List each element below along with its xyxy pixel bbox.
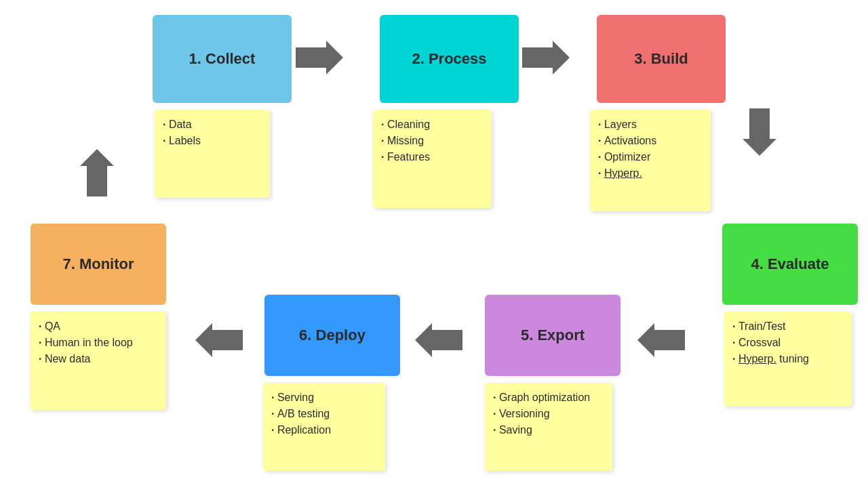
note-monitor-item-3: New data: [39, 351, 158, 367]
note-export-item-3: Saving: [493, 422, 604, 438]
note-build-item-4: Hyperp.: [598, 165, 703, 182]
note-collect: Data Labels: [155, 110, 270, 198]
arrow-deploy-to-monitor: [195, 323, 243, 357]
svg-marker-0: [296, 41, 343, 75]
svg-marker-5: [195, 323, 243, 357]
note-monitor-item-2: Human in the loop: [39, 335, 158, 351]
note-deploy-item-2: A/B testing: [271, 406, 377, 422]
note-build-item-1: Layers: [598, 117, 703, 133]
arrow-monitor-to-collect: [80, 129, 114, 196]
arrow-process-to-build: [522, 41, 570, 75]
svg-marker-6: [80, 149, 114, 196]
collect-stage: 1. Collect: [153, 15, 292, 103]
note-export-item-2: Versioning: [493, 406, 604, 422]
note-process-item-2: Missing: [381, 133, 484, 149]
arrow-export-to-deploy: [415, 323, 462, 357]
note-monitor-item-1: QA: [39, 318, 158, 335]
note-monitor: QA Human in the loop New data: [31, 312, 166, 410]
process-stage: 2. Process: [380, 15, 519, 103]
arrow-collect-to-process: [296, 41, 343, 75]
monitor-stage: 7. Monitor: [31, 224, 166, 305]
note-build: Layers Activations Optimizer Hyperp.: [590, 110, 711, 211]
arrow-build-to-evaluate: [743, 108, 776, 156]
deploy-stage: 6. Deploy: [264, 295, 400, 376]
note-build-item-3: Optimizer: [598, 149, 703, 165]
note-evaluate-item-2: Crossval: [732, 335, 844, 351]
note-deploy: Serving A/B testing Replication: [263, 383, 385, 471]
evaluate-stage: 4. Evaluate: [722, 224, 858, 305]
note-evaluate: Train/Test Crossval Hyperp. tuning: [724, 312, 852, 406]
evaluate-label: 4. Evaluate: [751, 255, 829, 273]
note-process: Cleaning Missing Features: [373, 110, 492, 208]
note-deploy-item-3: Replication: [271, 422, 377, 438]
export-stage: 5. Export: [485, 295, 620, 376]
note-evaluate-item-1: Train/Test: [732, 318, 844, 335]
arrow-evaluate-to-export: [637, 323, 685, 357]
note-collect-item-2: Labels: [163, 133, 262, 149]
svg-marker-1: [522, 41, 570, 75]
export-label: 5. Export: [521, 327, 585, 344]
monitor-label: 7. Monitor: [62, 255, 134, 273]
build-stage: 3. Build: [597, 15, 726, 103]
note-process-item-3: Features: [381, 149, 484, 165]
process-label: 2. Process: [412, 50, 486, 68]
note-process-item-1: Cleaning: [381, 117, 484, 133]
svg-marker-4: [415, 323, 462, 357]
note-build-item-2: Activations: [598, 133, 703, 149]
note-deploy-item-1: Serving: [271, 390, 377, 406]
note-collect-item-1: Data: [163, 117, 262, 133]
build-label: 3. Build: [634, 50, 688, 68]
deploy-label: 6. Deploy: [299, 327, 366, 344]
note-export-item-1: Graph optimization: [493, 390, 604, 406]
note-evaluate-item-3: Hyperp. tuning: [732, 351, 844, 367]
svg-marker-2: [743, 108, 776, 156]
svg-marker-3: [637, 323, 685, 357]
collect-label: 1. Collect: [189, 50, 256, 68]
note-export: Graph optimization Versioning Saving: [485, 383, 612, 471]
